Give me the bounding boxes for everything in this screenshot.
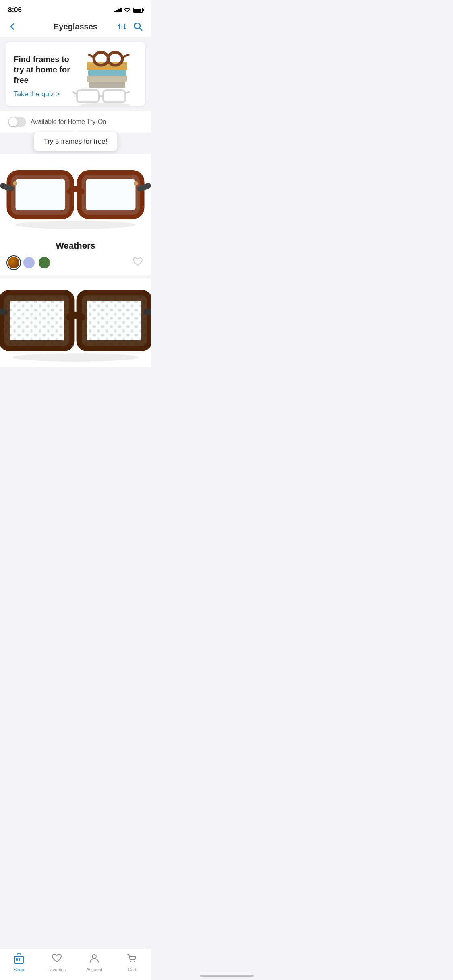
svg-point-21	[79, 103, 131, 106]
svg-rect-10	[89, 82, 125, 88]
color-dot-lavender[interactable]	[23, 257, 35, 268]
quiz-link[interactable]: Take the quiz >	[14, 90, 60, 98]
svg-rect-3	[118, 25, 120, 26]
svg-rect-23	[11, 175, 70, 215]
svg-point-37	[12, 353, 139, 362]
color-row	[8, 257, 143, 269]
svg-point-28	[15, 221, 136, 229]
search-button[interactable]	[133, 22, 143, 31]
svg-rect-4	[121, 27, 123, 27]
svg-rect-33	[4, 295, 69, 346]
status-bar: 8:06	[0, 0, 151, 18]
wifi-icon	[124, 7, 130, 13]
tooltip-wrap: Try 5 frames for free!	[0, 132, 151, 151]
product-1-info: Weathers	[0, 235, 151, 275]
status-icons	[114, 7, 143, 13]
promo-text: Find frames to try at home for free Take…	[14, 54, 73, 106]
toggle-knob	[9, 117, 18, 126]
svg-rect-8	[88, 70, 126, 76]
promo-image	[73, 50, 137, 106]
svg-line-19	[73, 92, 75, 93]
filter-button[interactable]	[117, 22, 127, 31]
color-dots	[8, 257, 50, 268]
svg-point-27	[134, 181, 138, 185]
signal-icon	[114, 8, 122, 12]
svg-rect-25	[82, 175, 140, 215]
tooltip: Try 5 frames for free!	[34, 132, 117, 151]
promo-title: Find frames to try at home for free	[14, 54, 73, 85]
color-dot-tortoise[interactable]	[8, 257, 19, 268]
back-button[interactable]	[8, 22, 17, 31]
favorite-button-1[interactable]	[132, 257, 143, 269]
svg-line-14	[89, 55, 94, 57]
header: Eyeglasses	[0, 18, 151, 37]
status-time: 8:06	[8, 6, 22, 14]
svg-rect-34	[82, 295, 147, 346]
svg-rect-0	[119, 24, 120, 29]
product-2-image[interactable]	[0, 278, 151, 367]
svg-rect-17	[103, 90, 125, 102]
product-2-section	[0, 278, 151, 367]
scroll-content: Find frames to try at home for free Take…	[0, 42, 151, 403]
product-1-image[interactable]	[0, 154, 151, 235]
svg-line-15	[122, 55, 128, 57]
svg-rect-5	[124, 28, 126, 29]
promo-card: Find frames to try at home for free Take…	[6, 42, 145, 106]
product-1-section: Weathers	[0, 154, 151, 275]
svg-line-20	[125, 92, 129, 93]
header-actions	[117, 22, 143, 31]
svg-rect-9	[87, 76, 127, 82]
svg-point-26	[13, 181, 17, 185]
toggle-label: Available for Home Try-On	[31, 118, 106, 126]
tooltip-text: Try 5 frames for free!	[43, 138, 107, 145]
product-1-name: Weathers	[8, 241, 143, 251]
page-title: Eyeglasses	[54, 22, 97, 31]
svg-rect-16	[77, 90, 99, 102]
home-tryon-toggle[interactable]	[8, 117, 26, 127]
color-dot-green[interactable]	[39, 257, 50, 268]
battery-icon	[133, 8, 143, 13]
